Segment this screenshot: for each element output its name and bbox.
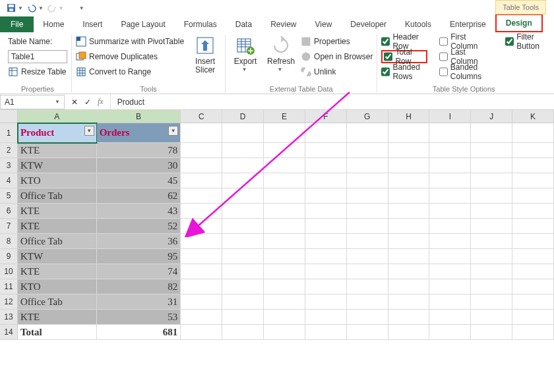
empty-cell[interactable] [181, 234, 222, 249]
empty-cell[interactable] [264, 249, 305, 264]
empty-cell[interactable] [264, 204, 305, 219]
qat-dropdown-icon[interactable]: ▼ [18, 5, 23, 11]
tab-data[interactable]: Data [226, 16, 261, 32]
empty-cell[interactable] [388, 173, 430, 188]
col-header-H[interactable]: H [388, 110, 430, 123]
empty-cell[interactable] [512, 279, 554, 294]
export-button[interactable]: Export▼ [230, 35, 261, 78]
table-cell[interactable]: Office Tab [18, 188, 97, 204]
empty-cell[interactable] [181, 264, 222, 279]
table-name-input[interactable] [8, 50, 67, 63]
table-header-cell[interactable]: Orders▼ [97, 123, 181, 143]
empty-cell[interactable] [429, 294, 471, 310]
empty-cell[interactable] [305, 310, 347, 325]
name-box[interactable]: A1▼ [0, 95, 65, 109]
empty-cell[interactable] [181, 325, 222, 340]
empty-cell[interactable] [429, 219, 471, 234]
empty-cell[interactable] [471, 249, 512, 264]
empty-cell[interactable] [429, 234, 471, 249]
header-row-checkbox[interactable]: Header Row [381, 35, 427, 48]
col-header-D[interactable]: D [222, 110, 264, 123]
empty-cell[interactable] [222, 249, 264, 264]
filter-dropdown-icon[interactable]: ▼ [84, 126, 94, 136]
row-header[interactable]: 6 [0, 204, 18, 219]
insert-slicer-button[interactable]: Insert Slicer [189, 35, 221, 78]
empty-cell[interactable] [305, 204, 347, 219]
row-header[interactable]: 14 [0, 325, 18, 340]
filter-button-checkbox[interactable]: Filter Button [505, 35, 546, 48]
empty-cell[interactable] [305, 279, 347, 294]
empty-cell[interactable] [347, 143, 388, 158]
tab-view[interactable]: View [306, 16, 342, 32]
empty-cell[interactable] [347, 294, 388, 310]
empty-cell[interactable] [512, 123, 554, 143]
empty-cell[interactable] [347, 158, 388, 173]
tab-enterprise[interactable]: Enterprise [441, 16, 495, 32]
empty-cell[interactable] [347, 188, 388, 204]
empty-cell[interactable] [512, 264, 554, 279]
row-header[interactable]: 9 [0, 249, 18, 264]
table-cell[interactable]: KTE [18, 143, 97, 158]
empty-cell[interactable] [471, 279, 512, 294]
empty-cell[interactable] [388, 325, 430, 340]
col-header-E[interactable]: E [264, 110, 305, 123]
tab-design[interactable]: Design [495, 14, 543, 32]
empty-cell[interactable] [429, 325, 471, 340]
last-column-checkbox[interactable]: Last Column [439, 50, 493, 63]
row-header[interactable]: 11 [0, 279, 18, 294]
empty-cell[interactable] [347, 219, 388, 234]
empty-cell[interactable] [429, 204, 471, 219]
table-cell[interactable]: 82 [97, 279, 181, 294]
col-header-F[interactable]: F [305, 110, 347, 123]
undo-dropdown-icon[interactable]: ▼ [38, 5, 44, 11]
empty-cell[interactable] [512, 219, 554, 234]
tab-home[interactable]: Home [34, 16, 73, 32]
table-cell[interactable]: KTE [18, 204, 97, 219]
row-header[interactable]: 12 [0, 294, 18, 310]
table-cell[interactable]: 74 [97, 264, 181, 279]
empty-cell[interactable] [222, 294, 264, 310]
row-header[interactable]: 4 [0, 173, 18, 188]
empty-cell[interactable] [347, 123, 388, 143]
banded-columns-checkbox[interactable]: Banded Columns [439, 65, 493, 78]
empty-cell[interactable] [222, 325, 264, 340]
empty-cell[interactable] [222, 158, 264, 173]
empty-cell[interactable] [222, 173, 264, 188]
table-cell[interactable]: 30 [97, 158, 181, 173]
table-cell[interactable]: KTW [18, 158, 97, 173]
row-header[interactable]: 10 [0, 264, 18, 279]
empty-cell[interactable] [264, 188, 305, 204]
empty-cell[interactable] [347, 264, 388, 279]
empty-cell[interactable] [471, 123, 512, 143]
empty-cell[interactable] [264, 264, 305, 279]
table-cell[interactable]: 53 [97, 310, 181, 325]
total-value-cell[interactable]: 681 [97, 325, 181, 340]
row-header[interactable]: 7 [0, 219, 18, 234]
col-header-J[interactable]: J [471, 110, 512, 123]
empty-cell[interactable] [181, 249, 222, 264]
empty-cell[interactable] [429, 249, 471, 264]
empty-cell[interactable] [388, 279, 430, 294]
tab-developer[interactable]: Developer [341, 16, 396, 32]
empty-cell[interactable] [388, 219, 430, 234]
empty-cell[interactable] [305, 173, 347, 188]
empty-cell[interactable] [222, 279, 264, 294]
empty-cell[interactable] [388, 188, 430, 204]
select-all-corner[interactable] [0, 110, 18, 123]
table-cell[interactable]: KTE [18, 219, 97, 234]
empty-cell[interactable] [181, 123, 222, 143]
table-cell[interactable]: KTE [18, 264, 97, 279]
total-row-checkbox[interactable]: Total Row [381, 50, 427, 63]
empty-cell[interactable] [388, 143, 430, 158]
empty-cell[interactable] [305, 264, 347, 279]
empty-cell[interactable] [181, 279, 222, 294]
empty-cell[interactable] [388, 234, 430, 249]
empty-cell[interactable] [305, 325, 347, 340]
empty-cell[interactable] [471, 264, 512, 279]
empty-cell[interactable] [305, 294, 347, 310]
empty-cell[interactable] [264, 123, 305, 143]
empty-cell[interactable] [388, 294, 430, 310]
resize-table-button[interactable]: Resize Table [8, 65, 67, 78]
empty-cell[interactable] [305, 188, 347, 204]
col-header-C[interactable]: C [181, 110, 222, 123]
